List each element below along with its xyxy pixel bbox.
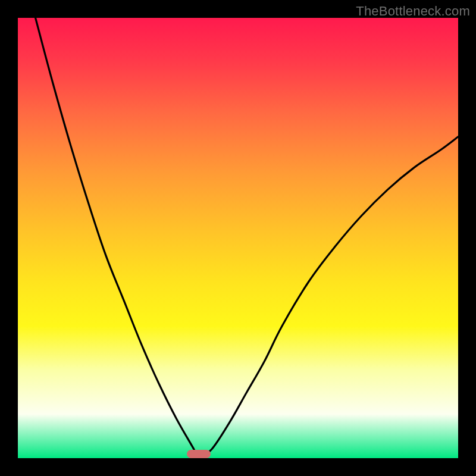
curves-svg bbox=[18, 18, 458, 458]
right-curve bbox=[198, 137, 458, 458]
watermark-text: TheBottleneck.com bbox=[356, 4, 470, 19]
optimum-marker bbox=[187, 450, 211, 458]
left-curve bbox=[36, 18, 199, 458]
chart-frame: TheBottleneck.com bbox=[0, 0, 476, 476]
plot-area bbox=[18, 18, 458, 458]
